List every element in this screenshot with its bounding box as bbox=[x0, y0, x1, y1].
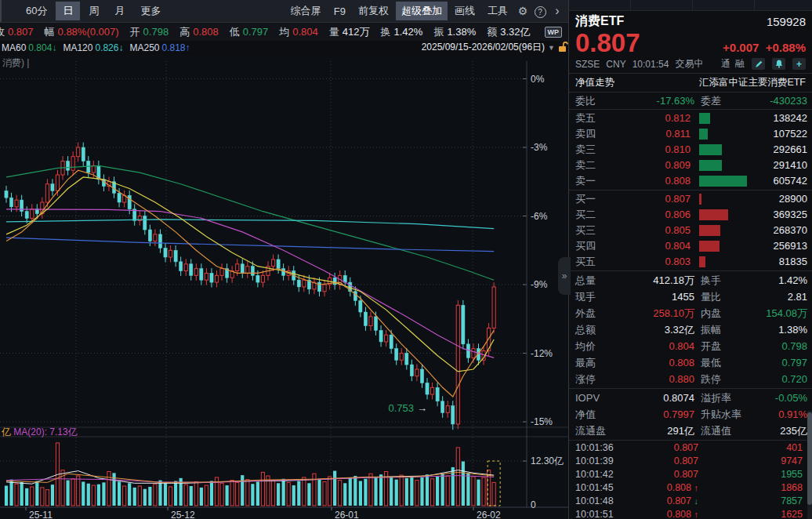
order-row-买四[interactable]: 买四0.804 256913 bbox=[569, 238, 812, 254]
quote-panel: 消费ETF 159928 0.807 +0.007 +0.88% SZSE CN… bbox=[568, 0, 812, 519]
stat-row-涨停: 涨停0.880 跌停0.720 bbox=[569, 371, 812, 387]
tag-tong: 通 bbox=[721, 57, 730, 71]
tab-月[interactable]: 月 bbox=[107, 2, 132, 20]
svg-text:12.30亿: 12.30亿 bbox=[531, 455, 564, 466]
quote-time: 10:01:54 bbox=[633, 59, 669, 70]
help-icon[interactable]: ? bbox=[532, 5, 548, 18]
wp-window-icon[interactable]: WP bbox=[545, 27, 563, 38]
trading-status: 交易中 bbox=[675, 57, 703, 71]
stat-row-最高: 最高0.808 最低0.797 bbox=[569, 354, 812, 371]
quote-换: 换1.42% bbox=[381, 25, 423, 39]
quote-开: 开0.798 bbox=[130, 25, 169, 39]
weibi-label: 委比 bbox=[575, 93, 596, 108]
price-change-pct: +0.88% bbox=[766, 41, 806, 54]
tag-rong: 融 bbox=[735, 57, 745, 71]
order-row-买五[interactable]: 买五0.803 81835 bbox=[569, 254, 812, 270]
tab-日[interactable]: 日 bbox=[56, 2, 80, 20]
svg-text:→: → bbox=[417, 402, 427, 414]
quote-额: 额3.32亿 bbox=[487, 25, 530, 39]
candlestick-chart[interactable]: 0%-3%-6%-9%-12%-15%12.30亿025-1125-1226-0… bbox=[0, 55, 568, 519]
tick-row[interactable]: 10:01:510.808 ↑ 1625 bbox=[569, 508, 812, 519]
svg-text:26-01: 26-01 bbox=[335, 510, 359, 519]
order-row-卖一[interactable]: 卖一0.808 605742 bbox=[569, 173, 812, 189]
tab-周[interactable]: 周 bbox=[82, 2, 106, 20]
stat-row-外盘: 外盘258.10万 内盘154.08万 bbox=[569, 305, 812, 321]
gear-icon[interactable]: ⚙ bbox=[515, 5, 531, 17]
price-change: +0.007 bbox=[723, 41, 759, 54]
ma-legend-MA250: MA2500.818↑ bbox=[129, 42, 190, 53]
chevron-right-icon[interactable]: › bbox=[549, 4, 565, 18]
quote-振: 振1.38% bbox=[433, 25, 476, 39]
order-row-买一[interactable]: 买一0.807 28900 bbox=[569, 191, 812, 207]
panel-top-strip bbox=[569, 0, 812, 11]
stat-row-现手: 现手1455 量比2.81 bbox=[569, 289, 812, 305]
order-row-卖四[interactable]: 卖四0.811 107522 bbox=[569, 126, 812, 142]
svg-text:0%: 0% bbox=[531, 74, 545, 85]
svg-text:-12%: -12% bbox=[531, 348, 553, 359]
tick-row[interactable]: 10:01:420.807 1955 bbox=[569, 468, 812, 481]
stat-row-均价: 均价0.804 开盘0.798 bbox=[569, 338, 812, 354]
stat-row-IOPV: IOPV0.8074 溢折率-0.05% bbox=[569, 390, 812, 406]
add-icon[interactable]: + bbox=[792, 58, 806, 70]
svg-text:-15%: -15% bbox=[531, 416, 553, 427]
svg-text:0: 0 bbox=[531, 499, 536, 510]
nav-trend-label[interactable]: 净值走势 bbox=[575, 76, 614, 89]
order-row-卖三[interactable]: 卖三0.810 292661 bbox=[569, 142, 812, 158]
weicha-value: -430233 bbox=[770, 93, 807, 108]
stats-grid: 总量412.18万 换手1.42% 现手1455 量比2.81 外盘258.10… bbox=[569, 272, 812, 387]
stock-name: 消费ETF bbox=[575, 13, 624, 30]
panel-expand-handle[interactable]: » bbox=[558, 257, 571, 295]
weicha-label: 委差 bbox=[701, 93, 721, 108]
svg-text:26-02: 26-02 bbox=[477, 510, 501, 519]
tool-F9[interactable]: F9 bbox=[328, 3, 351, 20]
quote-量: 量412万 bbox=[329, 25, 370, 39]
bid-queue: 买一0.807 28900 买二0.806 369325 买三0.805 268… bbox=[569, 191, 812, 270]
tool-超级叠加[interactable]: 超级叠加 bbox=[396, 2, 448, 20]
low-price-label: 0.753 bbox=[388, 402, 414, 414]
svg-text:消费) |: 消费) | bbox=[2, 57, 29, 68]
tool-画线[interactable]: 画线 bbox=[449, 2, 480, 20]
ma-indicator-bar: MA600.804↓MA1200.826↓MA2500.818↑2025/09/… bbox=[2, 41, 568, 55]
tick-row[interactable]: 10:01:450.808 ↑ 1868 bbox=[569, 481, 812, 495]
svg-text:-6%: -6% bbox=[531, 211, 548, 222]
quote-summary-bar: 收0.807幅0.88%(0.007)开0.798高0.808低0.797均0.… bbox=[0, 23, 568, 41]
quote-均: 均0.804 bbox=[279, 25, 318, 39]
chart-canvas[interactable]: 0%-3%-6%-9%-12%-15%12.30亿025-1125-1226-0… bbox=[0, 55, 568, 519]
tick-row[interactable]: 10:01:390.807 9747 bbox=[569, 455, 812, 468]
ask-queue: 卖五0.812 138242 卖四0.811 107522 卖三0.810 29… bbox=[569, 111, 812, 189]
svg-text:25-12: 25-12 bbox=[171, 510, 195, 519]
stat-row-总额: 总额3.32亿 振幅1.38% bbox=[569, 321, 812, 338]
weibi-value: -17.63% bbox=[616, 93, 694, 108]
order-row-卖五[interactable]: 卖五0.812 138242 bbox=[569, 111, 812, 126]
order-row-买三[interactable]: 买三0.805 268370 bbox=[569, 223, 812, 238]
scrollbar-thumb[interactable] bbox=[807, 412, 812, 505]
ma-legend-MA60: MA600.804↓ bbox=[2, 42, 56, 53]
edit-icon[interactable] bbox=[752, 58, 765, 70]
chart-toolbar: 60分日周月更多 综合屏F9前复权超级叠加画线工具⚙?› bbox=[0, 0, 568, 23]
svg-text:25-11: 25-11 bbox=[29, 510, 53, 519]
caret-down-icon[interactable]: ▼ bbox=[548, 44, 555, 52]
tool-综合屏[interactable]: 综合屏 bbox=[285, 2, 327, 20]
date-range-selector[interactable]: 2025/09/15-2026/02/05(96日) bbox=[422, 41, 545, 56]
stat-row-净值: 净值0.7997 升贴水率0.91% bbox=[569, 406, 812, 423]
stat-row-流通盘: 流通盘291亿 流通值235亿 bbox=[569, 423, 812, 439]
tab-60分[interactable]: 60分 bbox=[19, 2, 54, 20]
last-price: 0.807 bbox=[575, 30, 640, 56]
tick-row[interactable]: 10:01:480.807 ↓ 7857 bbox=[569, 495, 812, 508]
quote-高: 高0.808 bbox=[179, 25, 219, 39]
tool-工具[interactable]: 工具 bbox=[482, 2, 513, 20]
currency-label: CNY bbox=[606, 59, 625, 70]
exchange-label: SZSE bbox=[575, 59, 600, 70]
tick-scrollbar[interactable] bbox=[807, 411, 812, 519]
order-row-买二[interactable]: 买二0.806 369325 bbox=[569, 207, 812, 223]
alert-bell-icon[interactable] bbox=[772, 58, 785, 70]
quote-低: 低0.797 bbox=[230, 25, 269, 39]
tick-row[interactable]: 10:01:360.807 401 bbox=[569, 441, 812, 455]
svg-text:亿 MA(20): 7.13亿: 亿 MA(20): 7.13亿 bbox=[1, 426, 78, 437]
tab-更多[interactable]: 更多 bbox=[133, 2, 168, 20]
order-row-卖二[interactable]: 卖二0.809 291410 bbox=[569, 158, 812, 173]
unlock-icon[interactable] bbox=[558, 41, 568, 55]
ma-legend-MA120: MA1200.826↓ bbox=[63, 42, 123, 53]
fund-full-name: 汇添富中证主要消费ETF bbox=[699, 76, 806, 89]
tool-前复权[interactable]: 前复权 bbox=[353, 2, 394, 20]
